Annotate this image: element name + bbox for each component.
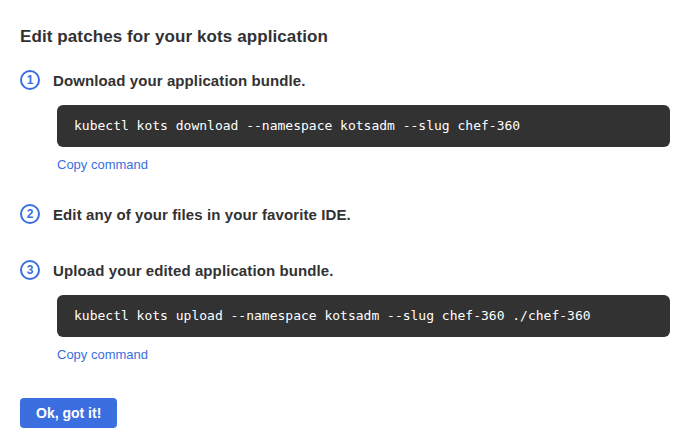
step-3-number-badge: 3 xyxy=(20,260,40,280)
step-edit: 2 Edit any of your files in your favorit… xyxy=(20,204,670,224)
step-download: 1 Download your application bundle. kube… xyxy=(20,70,670,173)
download-command-code: kubectl kots download --namespace kotsad… xyxy=(57,105,670,147)
step-1-heading: Download your application bundle. xyxy=(53,72,305,89)
step-download-header: 1 Download your application bundle. xyxy=(20,70,670,90)
step-download-body: kubectl kots download --namespace kotsad… xyxy=(57,105,670,173)
ok-got-it-button[interactable]: Ok, got it! xyxy=(20,398,117,428)
copy-upload-command-link[interactable]: Copy command xyxy=(57,347,148,362)
step-2-number-badge: 2 xyxy=(20,204,40,224)
step-1-number-badge: 1 xyxy=(20,70,40,90)
edit-patches-panel: Edit patches for your kots application 1… xyxy=(0,0,690,428)
step-3-heading: Upload your edited application bundle. xyxy=(53,262,333,279)
step-2-heading: Edit any of your files in your favorite … xyxy=(53,206,351,223)
copy-download-command-link[interactable]: Copy command xyxy=(57,157,148,172)
page-title: Edit patches for your kots application xyxy=(20,27,670,47)
step-edit-header: 2 Edit any of your files in your favorit… xyxy=(20,204,670,224)
upload-command-code: kubectl kots upload --namespace kotsadm … xyxy=(57,295,670,337)
step-upload-header: 3 Upload your edited application bundle. xyxy=(20,260,670,280)
step-upload: 3 Upload your edited application bundle.… xyxy=(20,260,670,363)
step-upload-body: kubectl kots upload --namespace kotsadm … xyxy=(57,295,670,363)
